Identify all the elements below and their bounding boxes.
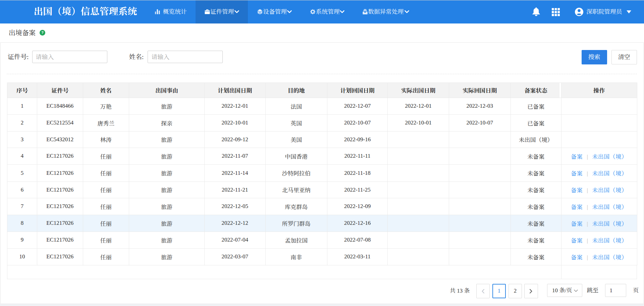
svg-text:?: ?	[41, 31, 44, 35]
